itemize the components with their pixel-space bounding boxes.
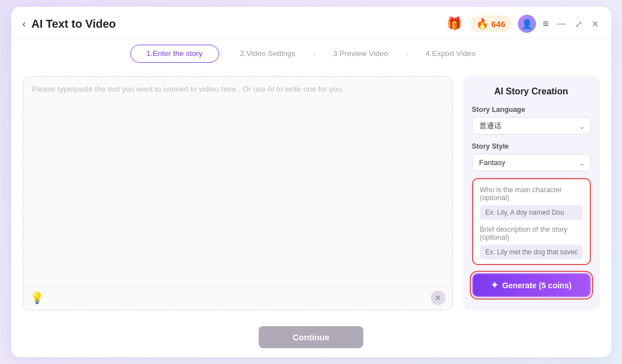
titlebar: ‹ AI Text to Video 🎁 🔥 646 👤 ≡ — ⤢ ✕ [11,7,611,39]
coins-badge: 🔥 646 [470,15,511,32]
main-window: ‹ AI Text to Video 🎁 🔥 646 👤 ≡ — ⤢ ✕ 1.E… [11,7,611,357]
menu-icon[interactable]: ≡ [543,18,549,30]
magic-wand-icon: ✦ [491,280,498,291]
minimize-button[interactable]: — [556,19,567,29]
story-style-label: Story Style [472,142,591,150]
story-language-wrapper: 普通话 ⌄ [472,117,591,135]
fire-icon: 🔥 [476,18,488,30]
avatar[interactable]: 👤 [518,15,536,33]
coins-count: 646 [491,19,505,29]
maximize-button[interactable]: ⤢ [574,19,584,29]
story-language-label: Story Language [472,106,591,114]
close-button[interactable]: ✕ [590,19,600,29]
story-style-select[interactable]: Fantasy [472,154,591,171]
tab-video-settings[interactable]: 2.Video Settings [224,45,312,63]
continue-button[interactable]: Continue [259,326,363,348]
brief-description-input[interactable] [480,245,583,259]
tabs-row: 1.Enter the story › 2.Video Settings › 3… [11,39,611,67]
sidebar-title: AI Story Creation [472,86,591,97]
story-textarea[interactable] [23,77,452,285]
tab-enter-story[interactable]: 1.Enter the story [130,45,219,63]
avatar-icon: 👤 [521,19,533,29]
back-button[interactable]: ‹ [23,18,26,30]
story-input-area: 💡 ✕ [23,76,453,310]
generate-button[interactable]: ✦ Generate (5 coins) [472,273,591,297]
tab-arrow-1: › [219,45,224,63]
content-area: 💡 ✕ AI Story Creation Story Language 普通话… [11,67,611,319]
tab-arrow-2: › [312,45,316,63]
sidebar: AI Story Creation Story Language 普通话 ⌄ S… [463,76,600,310]
gift-icon[interactable]: 🎁 [445,15,464,33]
lightbulb-icon[interactable]: 💡 [30,291,44,305]
story-language-select[interactable]: 普通话 [472,117,591,135]
window-title: AI Text to Video [32,18,445,31]
main-character-label: Who is the main character (optional) [480,186,583,202]
tab-arrow-3: › [405,45,409,63]
titlebar-controls: 🎁 🔥 646 👤 ≡ — ⤢ ✕ [445,15,600,33]
brief-description-label: Brief description of the story (optional… [480,226,583,241]
tab-export-video[interactable]: 4.Export Video [409,45,492,63]
story-style-wrapper: Fantasy ⌄ [472,154,591,171]
tab-preview-video[interactable]: 3.Preview Video [316,45,404,63]
footer-bar: Continue [11,319,611,357]
clear-button[interactable]: ✕ [431,291,445,305]
optional-section: Who is the main character (optional) Bri… [472,178,591,265]
main-character-input[interactable] [480,205,583,220]
story-bottom-bar: 💡 ✕ [23,285,452,310]
